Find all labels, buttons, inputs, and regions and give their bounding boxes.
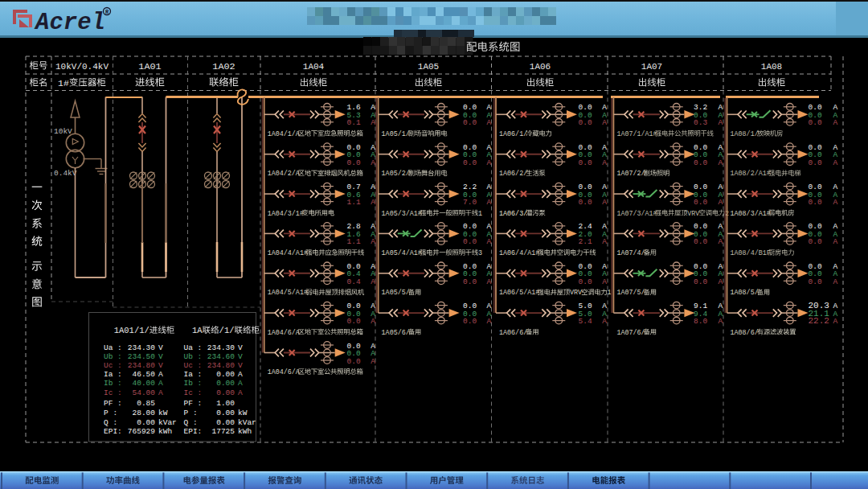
svg-text:0.85: 0.85: [137, 399, 155, 408]
svg-text:1A07/5/: 1A07/5/: [616, 289, 645, 297]
svg-text:28.00: 28.00: [132, 409, 155, 417]
svg-text:1A06/2/: 1A06/2/: [499, 170, 527, 178]
svg-text:VRV: VRV: [687, 210, 699, 218]
svg-text:1A05/1/: 1A05/1/: [382, 130, 410, 138]
svg-text:A: A: [719, 198, 723, 207]
svg-text:1.1: 1.1: [347, 237, 361, 246]
svg-text:A: A: [719, 158, 723, 167]
svg-text:0.3: 0.3: [694, 118, 707, 127]
svg-text:0.0: 0.0: [463, 237, 477, 246]
svg-text:V: V: [238, 343, 243, 352]
svg-text:0.4kV: 0.4kV: [54, 169, 77, 178]
svg-text:A: A: [487, 198, 492, 207]
svg-text:1A: 1A: [192, 326, 203, 335]
svg-text:V: V: [238, 361, 243, 370]
svg-text:1A05/3/A1#: 1A05/3/A1#: [382, 210, 422, 218]
svg-text:1A07/2/: 1A07/2/: [616, 170, 645, 178]
svg-text:Ic :: Ic :: [184, 388, 203, 397]
svg-text:A: A: [602, 198, 607, 207]
svg-text:10kV: 10kV: [54, 127, 72, 136]
svg-text:234.80: 234.80: [128, 361, 156, 370]
svg-text:1A08/6/: 1A08/6/: [731, 329, 759, 337]
svg-text:0.1: 0.1: [347, 118, 361, 127]
svg-text:Ia :: Ia :: [184, 370, 203, 379]
svg-text:kVar: kVar: [238, 418, 256, 427]
svg-text:A: A: [158, 379, 163, 388]
svg-text:0.0: 0.0: [463, 158, 477, 167]
svg-text:A: A: [238, 379, 243, 388]
svg-text:Ib :: Ib :: [104, 379, 122, 388]
svg-text:1A05/4/A1#: 1A05/4/A1#: [382, 249, 422, 257]
svg-text:A: A: [833, 317, 838, 326]
svg-text:Ua :: Ua :: [184, 343, 203, 352]
svg-text:A: A: [719, 118, 723, 127]
svg-text:1A06/4/A1#: 1A06/4/A1#: [499, 249, 539, 257]
svg-text:P :: P :: [104, 409, 117, 417]
svg-text:0.00: 0.00: [216, 409, 235, 417]
svg-text:0.00: 0.00: [216, 388, 235, 397]
svg-text:1A07/3/A1#: 1A07/3/A1#: [616, 210, 657, 218]
svg-text:0.4: 0.4: [347, 277, 361, 286]
svg-text:A: A: [371, 237, 375, 246]
svg-text:0.0: 0.0: [347, 357, 361, 366]
svg-text:A: A: [602, 158, 607, 167]
svg-text:A: A: [602, 237, 607, 246]
svg-text:0.0: 0.0: [809, 277, 822, 286]
svg-text:1A02: 1A02: [212, 61, 235, 72]
svg-text:Q :: Q :: [104, 418, 117, 427]
svg-text:A: A: [371, 158, 375, 167]
svg-text:1A04/4/A1#: 1A04/4/A1#: [268, 249, 308, 257]
svg-text:A: A: [487, 317, 492, 326]
svg-text:A: A: [719, 317, 723, 326]
svg-text:1A06: 1A06: [530, 62, 551, 72]
svg-text:kWh: kWh: [158, 427, 172, 436]
svg-text:0.0: 0.0: [463, 118, 477, 127]
svg-text:0.0: 0.0: [347, 158, 361, 167]
svg-text:A: A: [371, 198, 375, 207]
svg-text:1A05: 1A05: [418, 62, 439, 72]
svg-text:1A08/4/B1F: 1A08/4/B1F: [731, 249, 771, 257]
svg-text:1A07: 1A07: [641, 62, 662, 72]
svg-text:0.00: 0.00: [137, 418, 155, 427]
svg-text:Ia :: Ia :: [104, 370, 122, 379]
svg-text:A: A: [602, 277, 607, 286]
svg-text:1.1: 1.1: [347, 198, 361, 207]
svg-text:22.2: 22.2: [809, 316, 829, 326]
svg-text:V: V: [158, 352, 163, 361]
svg-text:Ua :: Ua :: [104, 343, 122, 352]
svg-text:A: A: [371, 357, 375, 366]
svg-text:Acrel: Acrel: [34, 10, 105, 36]
svg-text:0.0: 0.0: [694, 158, 707, 167]
svg-text:A: A: [833, 198, 838, 207]
svg-text:0.0: 0.0: [579, 277, 592, 286]
svg-text:A: A: [158, 370, 163, 379]
svg-text:0.00: 0.00: [216, 370, 235, 379]
svg-text:A: A: [833, 158, 838, 167]
svg-text:1A04/5/A1#: 1A04/5/A1#: [268, 289, 308, 297]
svg-text:0.0: 0.0: [579, 158, 592, 167]
svg-text:A: A: [487, 158, 492, 167]
svg-text:A: A: [719, 277, 723, 286]
svg-text:1A07/4/: 1A07/4/: [616, 249, 645, 257]
svg-text:1A05/6/: 1A05/6/: [382, 329, 410, 337]
svg-text:A: A: [719, 237, 723, 246]
svg-text:V: V: [158, 343, 163, 352]
svg-text:VRV: VRV: [570, 289, 582, 297]
svg-text:765929: 765929: [128, 427, 156, 436]
svg-text:1A04/3/1#: 1A04/3/1#: [268, 210, 304, 218]
svg-text:Ub :: Ub :: [184, 352, 203, 361]
svg-text:kW: kW: [158, 409, 168, 417]
svg-text:A: A: [602, 317, 607, 326]
svg-text:Q :: Q :: [184, 418, 198, 427]
svg-text:234.30: 234.30: [128, 343, 156, 352]
svg-text:40.00: 40.00: [132, 379, 155, 388]
svg-text:1A01: 1A01: [138, 61, 161, 72]
svg-text:A: A: [487, 118, 492, 127]
svg-text:A: A: [833, 277, 838, 286]
svg-text:1: 1: [478, 210, 482, 218]
svg-text:1A07/1/A1#: 1A07/1/A1#: [616, 130, 657, 138]
svg-text:1A06/3/: 1A06/3/: [499, 210, 527, 218]
svg-text:0.00: 0.00: [216, 418, 235, 427]
svg-text:46.50: 46.50: [132, 370, 155, 379]
svg-text:1A06/1/: 1A06/1/: [499, 130, 527, 138]
